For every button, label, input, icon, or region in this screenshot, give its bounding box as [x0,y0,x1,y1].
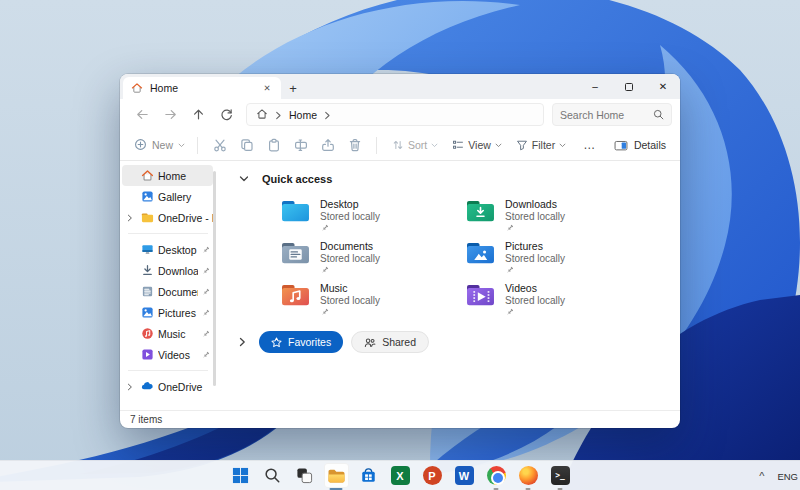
sidebar-item-videos[interactable]: Videos [122,344,213,365]
taskbar-file-explorer-button[interactable] [324,463,349,488]
pill-label: Favorites [288,336,331,348]
favorites-pill[interactable]: Favorites [259,331,343,353]
toolbar-separator [197,137,198,154]
search-box[interactable] [552,103,672,126]
quick-access-item-downloads[interactable]: Downloads Stored locally [463,196,648,235]
sidebar-item-desktop[interactable]: Desktop [122,239,213,260]
details-pane-icon [614,139,628,152]
view-button[interactable]: View [445,139,509,151]
document-icon [140,285,154,299]
onedrive-cloud-icon [140,380,154,394]
quick-access-item-documents[interactable]: Documents Stored locally [278,238,463,277]
terminal-glyph: >_ [555,471,565,480]
item-subtitle: Stored locally [505,295,565,307]
sidebar-item-documents[interactable]: Documents [122,281,213,302]
firefox-button[interactable] [516,463,541,488]
chrome-button[interactable] [484,463,509,488]
terminal-button[interactable]: >_ [548,463,573,488]
tab-close-button[interactable]: ✕ [260,81,274,95]
taskbar: X P W >_ ^ ENG [0,460,800,490]
pin-icon [202,351,210,359]
share-button[interactable] [314,133,341,157]
search-icon[interactable] [653,106,664,124]
excel-button[interactable]: X [388,463,413,488]
copy-button[interactable] [233,133,260,157]
details-button[interactable]: Details [610,139,670,152]
quick-access-item-desktop[interactable]: Desktop Stored locally [278,196,463,235]
chevron-right-icon [275,106,282,124]
back-button[interactable] [128,103,156,127]
filter-button[interactable]: Filter [509,139,573,151]
navigation-bar: Home [120,99,680,130]
quick-access-item-videos[interactable]: Videos Stored locally [463,280,648,319]
search-input[interactable] [560,109,649,121]
quick-access-header[interactable]: Quick access [216,169,680,189]
more-options-button[interactable]: … [573,138,606,152]
videos-folder-icon [465,282,496,308]
microsoft-store-button[interactable] [356,463,381,488]
pin-icon [202,288,210,296]
quick-access-item-music[interactable]: Music Stored locally [278,280,463,319]
chevron-down-icon [178,142,185,149]
word-button[interactable]: W [452,463,477,488]
pin-icon [506,308,565,316]
sidebar-item-onedrive-personal[interactable]: OneDrive - Personal [122,207,213,228]
desktop-folder-icon [280,198,311,224]
sidebar-label: Desktop [158,244,198,256]
chevron-right-icon[interactable] [124,214,136,222]
firefox-icon [519,466,538,485]
chevron-down-icon [559,142,566,149]
new-button[interactable]: New [130,138,189,153]
pin-icon [202,246,210,254]
hidden-icons-chevron[interactable]: ^ [759,470,764,482]
maximize-button[interactable] [612,74,646,99]
cut-button[interactable] [206,133,233,157]
desktop-monitor-icon [140,243,154,257]
chevron-down-icon[interactable] [239,174,249,184]
view-label: View [468,139,491,151]
sidebar-item-downloads[interactable]: Downloads [122,260,213,281]
chevron-right-icon[interactable] [324,106,331,124]
sidebar-item-gallery[interactable]: Gallery [122,186,213,207]
microsoft-store-icon [360,467,377,484]
refresh-button[interactable] [212,103,240,127]
paste-button[interactable] [260,133,287,157]
task-view-button[interactable] [292,463,317,488]
minimize-button[interactable]: – [578,74,612,99]
gallery-icon [140,190,154,204]
tab-home[interactable]: Home ✕ [123,77,281,99]
taskbar-search-button[interactable] [260,463,285,488]
chevron-right-icon[interactable] [239,337,246,347]
breadcrumb-item[interactable]: Home [289,109,317,121]
close-button[interactable]: ✕ [646,74,680,99]
breadcrumb-home-icon[interactable] [256,106,268,124]
quick-access-item-pictures[interactable]: Pictures Stored locally [463,238,648,277]
sidebar-item-home[interactable]: Home [122,165,213,186]
powerpoint-letter: P [428,470,435,482]
rename-button[interactable] [287,133,314,157]
sort-button[interactable]: Sort [385,139,445,151]
pictures-folder-icon [465,240,496,266]
excel-letter: X [396,470,403,482]
up-button[interactable] [184,103,212,127]
content-pane: Quick access Desktop Stored locally [216,161,680,410]
powerpoint-button[interactable]: P [420,463,445,488]
address-bar[interactable]: Home [246,103,544,126]
music-folder-icon [280,282,311,308]
sidebar-item-onedrive[interactable]: OneDrive [122,376,213,397]
sidebar-item-music[interactable]: Music [122,323,213,344]
chevron-right-icon[interactable] [124,383,136,391]
sidebar-label: Gallery [158,191,213,203]
pin-icon [321,224,380,232]
language-indicator[interactable]: ENG [777,471,798,482]
documents-folder-icon [280,240,311,266]
onedrive-folder-icon [140,211,154,225]
start-button[interactable] [228,463,253,488]
shared-pill[interactable]: Shared [351,331,429,353]
delete-button[interactable] [341,133,368,157]
new-tab-button[interactable]: + [281,77,305,99]
sidebar-item-pictures[interactable]: Pictures [122,302,213,323]
item-subtitle: Stored locally [505,211,565,223]
powerpoint-icon: P [423,466,442,485]
forward-button[interactable] [156,103,184,127]
